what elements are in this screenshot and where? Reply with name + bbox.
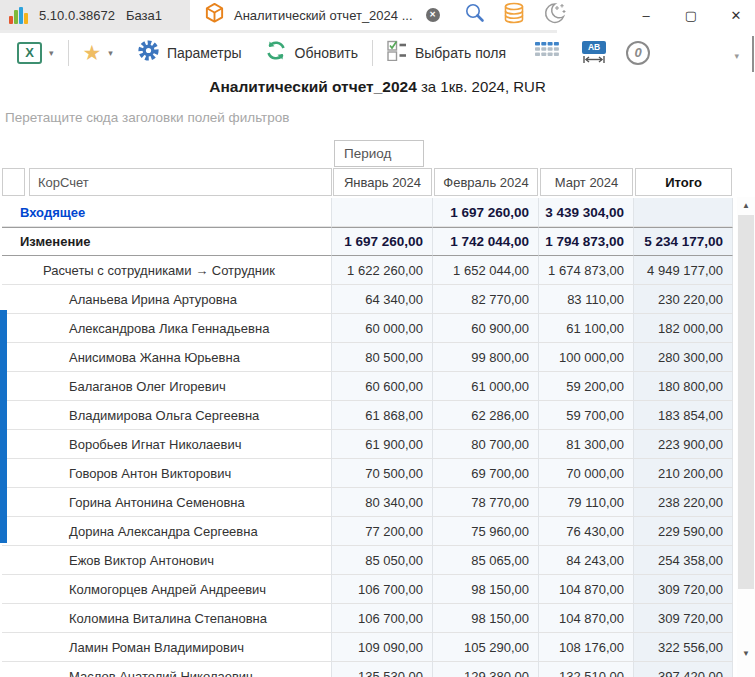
total-cell: 397 420,00 [634, 662, 733, 677]
row-field-header[interactable]: КорСчет [29, 168, 332, 196]
value-cell: 85 065,00 [433, 546, 539, 575]
value-cell: 129 380,00 [433, 662, 539, 677]
row-label: Расчеты с сотрудниками → Сотрудник [2, 256, 332, 285]
scroll-down-icon[interactable]: ▼ [737, 649, 755, 658]
total-cell: 230 220,00 [634, 285, 733, 314]
table-row[interactable]: Балаганов Олег Игоревич60 600,0061 000,0… [2, 372, 733, 401]
row-label: Аланьева Ирина Артуровна [2, 285, 332, 314]
total-cell: 238 220,00 [634, 488, 733, 517]
value-cell: 132 510,00 [539, 662, 634, 677]
value-cell: 60 000,00 [332, 314, 433, 343]
value-cell: 84 243,00 [539, 546, 634, 575]
row-label: Александрова Лика Геннадьевна [2, 314, 332, 343]
table-row[interactable]: Коломина Виталина Степановна106 700,0098… [2, 604, 733, 633]
maximize-button[interactable]: ▢ [684, 8, 698, 23]
pivot-table: КорСчет Январь 2024 Февраль 2024 Март 20… [2, 168, 733, 677]
search-icon[interactable] [464, 2, 486, 28]
value-cell: 1 674 873,00 [539, 256, 634, 285]
table-row[interactable]: Маслов Анатолий Николаевич135 530,00129 … [2, 662, 733, 677]
table-row[interactable]: Ламин Роман Владимирович109 090,00105 29… [2, 633, 733, 662]
total-cell: 322 556,00 [634, 633, 733, 662]
favorites-button[interactable]: ★ ▾ [83, 43, 113, 63]
chevron-down-icon[interactable]: ▾ [49, 48, 54, 58]
titlebar: 5.10.0.38672 База1 Аналитический отчет_2… [0, 0, 755, 30]
row-label: Коломина Виталина Степановна [2, 604, 332, 633]
table-row[interactable]: Воробьев Игнат Николаевич61 900,0080 700… [2, 430, 733, 459]
total-cell: 5 234 177,00 [634, 227, 733, 256]
close-button[interactable]: ✕ [729, 8, 743, 23]
minimize-button[interactable]: – [639, 8, 653, 23]
export-excel-button[interactable]: X ▾ [17, 42, 54, 64]
value-cell: 1 697 260,00 [433, 198, 539, 227]
row-selection-bar [0, 310, 7, 543]
row-label: Входящее [2, 198, 332, 227]
value-cell: 109 090,00 [332, 633, 433, 662]
column-header-jan[interactable]: Январь 2024 [333, 168, 432, 196]
column-header-total[interactable]: Итого [635, 168, 732, 196]
value-cell: 64 340,00 [332, 285, 433, 314]
table-row[interactable]: Владимирова Ольга Сергеевна61 868,0062 2… [2, 401, 733, 430]
value-cell: 60 600,00 [332, 372, 433, 401]
total-cell: 254 358,00 [634, 546, 733, 575]
value-cell: 59 700,00 [539, 401, 634, 430]
table-row[interactable]: Александрова Лика Геннадьевна60 000,0060… [2, 314, 733, 343]
table-row[interactable]: Ежов Виктор Антонович85 050,0085 065,008… [2, 546, 733, 575]
table-row[interactable]: Анисимова Жанна Юрьевна80 500,0099 800,0… [2, 343, 733, 372]
table-row[interactable]: Входящее1 697 260,003 439 304,00 [2, 198, 733, 227]
tab-analytic-report[interactable]: Аналитический отчет_2024 ... ✕ [190, 0, 452, 30]
value-cell [332, 198, 433, 227]
column-header-mar[interactable]: Март 2024 [540, 168, 633, 196]
value-cell: 105 290,00 [433, 633, 539, 662]
total-cell: 309 720,00 [634, 575, 733, 604]
hide-zeros-button[interactable]: 0 [626, 41, 650, 65]
table-row[interactable]: Колмогорцев Андрей Андреевич106 700,0098… [2, 575, 733, 604]
app-window: 5.10.0.38672 База1 Аналитический отчет_2… [0, 0, 755, 677]
total-cell: 182 000,00 [634, 314, 733, 343]
report-title-period: за 1кв. 2024, RUR [417, 78, 546, 95]
tab-close-icon[interactable]: ✕ [426, 8, 440, 22]
column-header-feb[interactable]: Февраль 2024 [434, 168, 538, 196]
table-row[interactable]: Горина Антонина Семеновна80 340,0078 770… [2, 488, 733, 517]
gear-icon [137, 39, 160, 66]
cube-icon [204, 2, 225, 28]
period-field[interactable]: Период [334, 140, 424, 167]
total-cell: 280 300,00 [634, 343, 733, 372]
value-cell: 1 697 260,00 [332, 227, 433, 256]
zero-icon: 0 [626, 41, 650, 65]
scroll-up-icon[interactable]: ▲ [737, 201, 755, 210]
database-icon[interactable] [502, 2, 526, 28]
chevron-down-icon[interactable]: ▾ [108, 48, 113, 58]
row-label: Горина Антонина Семеновна [2, 488, 332, 517]
row-label: Дорина Александра Сергеевна [2, 517, 332, 546]
row-label: Колмогорцев Андрей Андреевич [2, 575, 332, 604]
value-cell: 106 700,00 [332, 604, 433, 633]
row-label: Воробьев Игнат Николаевич [2, 430, 332, 459]
autofit-width-button[interactable]: AB [582, 41, 606, 64]
value-cell: 83 110,00 [539, 285, 634, 314]
total-cell: 183 854,00 [634, 401, 733, 430]
value-cell: 1 742 044,00 [433, 227, 539, 256]
parameters-button[interactable]: Параметры [137, 39, 242, 66]
table-row[interactable]: Говоров Антон Викторович70 500,0069 700,… [2, 459, 733, 488]
table-header-row: КорСчет Январь 2024 Февраль 2024 Март 20… [2, 168, 733, 198]
value-cell: 61 100,00 [539, 314, 634, 343]
table-row[interactable]: Расчеты с сотрудниками → Сотрудник1 622 … [2, 256, 733, 285]
excel-icon: X [17, 42, 42, 64]
dark-mode-moon-icon[interactable] [542, 1, 568, 29]
value-cell: 61 000,00 [433, 372, 539, 401]
scrollbar-thumb[interactable] [738, 215, 754, 589]
table-row[interactable]: Изменение1 697 260,001 742 044,001 794 8… [2, 227, 733, 256]
value-cell: 60 900,00 [433, 314, 539, 343]
refresh-button[interactable]: Обновить [264, 39, 358, 66]
table-row[interactable]: Дорина Александра Сергеевна77 200,0075 9… [2, 517, 733, 546]
toolbar-separator [372, 40, 373, 66]
toolbar-overflow-caret[interactable]: ▾ [734, 51, 739, 61]
filter-drop-zone[interactable]: Перетащите сюда заголовки полей фильтров [5, 110, 290, 125]
choose-fields-button[interactable]: Выбрать поля [387, 40, 506, 65]
grid-view-button[interactable] [534, 41, 560, 64]
value-cell: 76 430,00 [539, 517, 634, 546]
refresh-icon [264, 39, 288, 66]
vertical-scrollbar[interactable]: ▲ ▼ [737, 197, 755, 677]
table-row[interactable]: Аланьева Ирина Артуровна64 340,0082 770,… [2, 285, 733, 314]
corner-cell[interactable] [2, 168, 25, 196]
